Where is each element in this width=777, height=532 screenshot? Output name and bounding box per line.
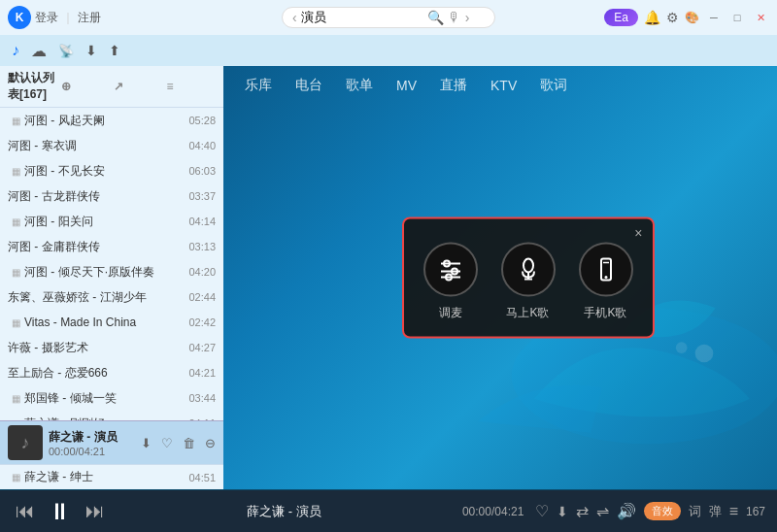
np-time: 00:00/04:21 [49,446,131,457]
np-heart-icon[interactable]: ♡ [161,436,173,450]
player-song-title: 薛之谦 - 演员 [117,503,452,520]
song-item[interactable]: 许薇 - 摄影艺术 04:27 [0,335,223,360]
playlist-export-icon[interactable]: ↗ [114,80,163,93]
song-item[interactable]: 河图 - 古龙群侠传 03:37 [0,183,223,209]
tab-live[interactable]: 直播 [438,73,469,98]
song-item[interactable]: ▦ Vitas - Made In China 02:42 [0,310,223,335]
next-song-duration: 04:51 [181,472,216,483]
maximize-button[interactable]: □ [728,9,746,26]
search-input[interactable] [301,11,427,25]
svg-point-9 [524,259,533,273]
register-link[interactable]: 注册 [78,10,101,26]
song-item[interactable]: ▦ 河图 - 倾尽天下·原版伴奏 04:20 [0,259,223,284]
svg-point-2 [676,342,688,353]
song-item[interactable]: ▦ 河图 - 不见长安 06:03 [0,158,223,183]
song-duration: 04:20 [181,266,216,278]
np-download-icon[interactable]: ⬇ [141,436,152,450]
song-list: ▦ 河图 - 风起天阑 05:28 河图 - 寒衣调 04:40 ▦ 河图 - … [0,108,223,420]
ktv-option-tune[interactable]: 调麦 [423,243,478,321]
playlist-add-icon[interactable]: ⊕ [61,80,111,93]
ea-badge[interactable]: Ea [604,9,638,26]
player-bar: ⏮ ⏸ ⏭ 薛之谦 - 演员 00:00/04:21 ♡ ⬇ ⇄ ⇌ 🔊 音效 … [0,489,777,532]
song-item[interactable]: ▦ 郑国锋 - 倾城一笑 03:44 [0,385,223,411]
song-item[interactable]: 河图 - 金庸群侠传 03:13 [0,234,223,259]
song-duration: 03:37 [181,190,216,202]
song-name: 东篱、巫薇娇弦 - 江湖少年 [8,289,181,306]
player-heart-icon[interactable]: ♡ [535,502,549,520]
song-name: 河图 - 古龙群侠传 [8,188,181,205]
ktv-phone-icon [579,243,633,297]
search-nav-left-icon[interactable]: ‹ [292,10,297,25]
tab-ktv[interactable]: KTV [489,74,519,97]
song-item[interactable]: 东篱、巫薇娇弦 - 江湖少年 02:44 [0,284,223,310]
song-duration: 04:21 [181,367,216,379]
song-item[interactable]: ▦ 河图 - 阳关问 04:14 [0,209,223,234]
ktv-tune-label: 调麦 [439,305,462,321]
ktv-close-button[interactable]: × [634,225,642,241]
settings-icon[interactable]: ⚙ [666,10,679,25]
ktv-option-phone[interactable]: 手机K歌 [579,243,633,321]
song-item[interactable]: 河图 - 寒衣调 04:40 [0,133,223,158]
logo-area: K 登录 ｜ 注册 [8,6,101,29]
song-name: 河图 - 不见长安 [24,163,181,180]
song-type-icon: ▦ [12,216,20,227]
player-volume-icon[interactable]: 🔊 [617,502,636,520]
svg-point-13 [604,276,607,279]
bell-icon[interactable]: 🔔 [644,10,660,25]
song-name: 郑国锋 - 倾城一笑 [24,390,181,407]
nav-music-icon[interactable]: ♪ [8,38,23,63]
song-name: 河图 - 风起天阑 [24,113,181,129]
ktv-tune-icon [423,243,478,297]
np-info: 薛之谦 - 演员 00:00/04:21 [49,429,131,457]
player-download-icon[interactable]: ⬇ [557,504,568,519]
nav-download-icon[interactable]: ⬇ [82,39,101,62]
song-duration: 03:44 [181,392,216,404]
song-type-icon: ▦ [12,393,20,404]
player-lyrics-icon[interactable]: 词 [689,503,701,520]
song-item[interactable]: 至上励合 - 恋爱666 04:21 [0,360,223,385]
volume-effect-button[interactable]: 音效 [644,502,681,520]
song-duration: 05:28 [181,115,216,126]
login-link[interactable]: 登录 [35,10,58,26]
player-playlist-icon[interactable]: ≡ [729,503,738,520]
tab-lyrics[interactable]: 歌词 [538,73,569,98]
content-area: 乐库电台歌单MV直播KTV歌词 × 调 [223,66,777,489]
auth-links: 登录 ｜ 注册 [35,10,101,26]
skin-icon[interactable]: 🎨 [685,11,699,24]
player-shuffle-icon[interactable]: ⇌ [596,502,609,520]
song-duration: 06:03 [181,165,216,177]
pause-button[interactable]: ⏸ [47,498,74,525]
top-tabs: 乐库电台歌单MV直播KTV歌词 [223,66,777,105]
song-item[interactable]: ▦ 河图 - 风起天阑 05:28 [0,108,223,133]
player-eq-icon[interactable]: 弹 [709,503,722,520]
song-duration: 04:40 [181,140,216,151]
close-button[interactable]: ✕ [752,9,769,26]
now-playing-item[interactable]: ♪ 薛之谦 - 演员 00:00/04:21 ⬇ ♡ 🗑 ⊖ [0,420,223,464]
tab-radio[interactable]: 电台 [293,73,324,98]
next-song-item[interactable]: ▦ 薛之谦 - 绅士 04:51 [0,464,223,489]
ktv-option-karaoke[interactable]: 马上K歌 [501,243,556,321]
np-delete-icon[interactable]: 🗑 [183,436,195,450]
prev-button[interactable]: ⏮ [12,498,39,525]
song-item[interactable]: ▦ 薛之谦 - 刚刚好 04:11 [0,411,223,420]
player-count: 167 [746,505,765,518]
nav-cloud-icon[interactable]: ☁ [27,38,51,64]
search-nav-right-icon[interactable]: › [465,10,470,25]
sidebar: 默认认列表[167] ⊕ ↗ ≡ ▦ 河图 - 风起天阑 05:28 河图 - … [0,66,223,489]
playlist-menu-icon[interactable]: ≡ [167,80,217,93]
np-thumbnail: ♪ [8,425,43,460]
song-name: 许薇 - 摄影艺术 [8,340,181,356]
minimize-button[interactable]: ─ [705,9,723,26]
nav-radio-icon[interactable]: 📡 [54,40,78,62]
next-button[interactable]: ⏭ [82,498,109,525]
tab-library[interactable]: 乐库 [243,73,274,98]
tab-songlist[interactable]: 歌单 [344,73,375,98]
np-minus-icon[interactable]: ⊖ [205,436,216,450]
search-icon[interactable]: 🔍 [427,10,444,25]
nav-upload-icon[interactable]: ⬆ [105,39,124,62]
song-name: 河图 - 寒衣调 [8,138,181,154]
ktv-phone-label: 手机K歌 [584,305,626,321]
player-repeat-icon[interactable]: ⇄ [576,502,589,520]
tab-mv[interactable]: MV [394,74,419,97]
voice-search-icon[interactable]: 🎙 [448,10,461,25]
